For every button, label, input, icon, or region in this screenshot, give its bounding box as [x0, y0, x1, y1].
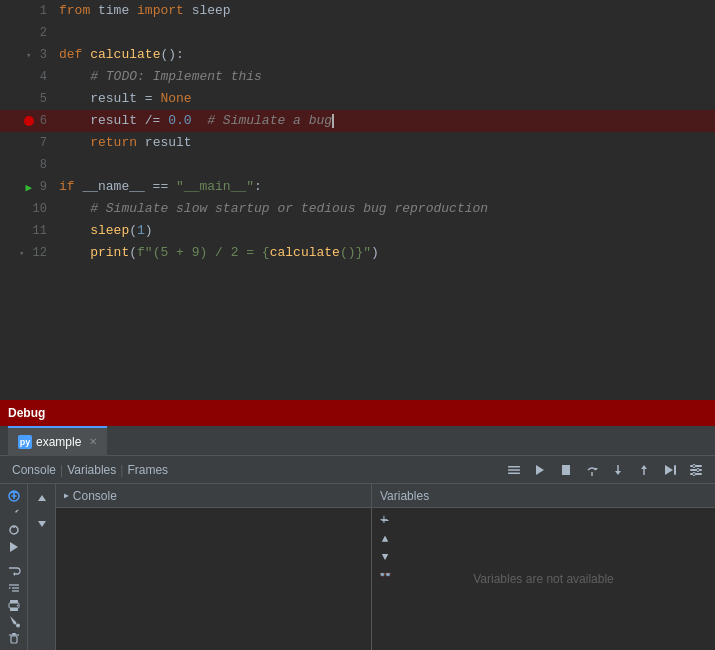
debug-toolbar: Console | Variables | Frames — [0, 456, 715, 484]
line-content-7: return result — [55, 132, 715, 154]
svg-marker-25 — [13, 572, 15, 576]
svg-marker-11 — [665, 465, 673, 475]
step-buttons — [28, 484, 56, 650]
line-num-2: 2 — [40, 26, 47, 40]
variables-empty-message: Variables are not available — [473, 572, 614, 586]
bug2-icon[interactable] — [3, 523, 25, 538]
code-editor[interactable]: 1 from time import sleep 2 ▾ 3 def calcu… — [0, 0, 715, 400]
menu-button[interactable] — [503, 459, 525, 481]
svg-rect-32 — [10, 608, 18, 611]
code-line-6: 6 result /= 0.0 # Simulate a bug — [0, 110, 715, 132]
gutter-empty-8 — [22, 158, 36, 172]
variables-panel: Variables + − ▲ ▼ 👓 Variables are not av… — [372, 484, 715, 650]
line-content-12: print(f"(5 + 9) / 2 = {calculate()}") — [55, 242, 715, 264]
spacer-icon — [3, 557, 25, 561]
gutter-empty-4 — [22, 70, 36, 84]
variables-link[interactable]: Variables — [63, 463, 120, 477]
resume-button[interactable] — [529, 459, 551, 481]
scroll-down-button[interactable]: ▼ — [378, 550, 392, 564]
play-icon[interactable] — [3, 540, 25, 555]
line-gutter-5: 5 — [0, 92, 55, 106]
svg-rect-35 — [11, 636, 17, 643]
console-header[interactable]: ▶ Console — [56, 484, 371, 508]
fold-icon-3[interactable]: ▾ — [22, 48, 36, 62]
step-up-button[interactable] — [31, 488, 53, 510]
line-num-6: 6 — [40, 114, 47, 128]
debug-tabs-row: py example ✕ — [0, 426, 715, 456]
line-gutter-10: 10 — [0, 202, 55, 216]
line-gutter-6: 6 — [0, 114, 55, 128]
svg-marker-38 — [38, 495, 46, 501]
line-gutter-11: 11 — [0, 224, 55, 238]
line-num-4: 4 — [40, 70, 47, 84]
line-gutter-4: 4 — [0, 70, 55, 84]
run-to-cursor-button[interactable] — [659, 459, 681, 481]
spectacles-button[interactable]: 👓 — [378, 568, 392, 582]
line-content-11: sleep(1) — [55, 220, 715, 242]
wrench-icon[interactable] — [3, 506, 25, 521]
svg-point-34 — [16, 624, 20, 628]
line-gutter-9: ▶ 9 — [0, 180, 55, 194]
svg-point-16 — [693, 464, 696, 467]
breakpoint-icon-6[interactable] — [22, 114, 36, 128]
debug-run-icon-9[interactable]: ▶ — [22, 180, 36, 194]
debug-links: Console | Variables | Frames — [8, 463, 172, 477]
bug-icon[interactable] — [3, 488, 25, 504]
line-content-9: if __name__ == "__main__": — [55, 176, 715, 198]
line-content-3: def calculate(): — [55, 44, 715, 66]
line-content-4: # TODO: Implement this — [55, 66, 715, 88]
stop-button[interactable] — [555, 459, 577, 481]
add-variable-button[interactable]: + — [376, 512, 392, 528]
wrap-icon[interactable] — [3, 563, 25, 578]
step-over-button[interactable] — [581, 459, 603, 481]
line-num-5: 5 — [40, 92, 47, 106]
settings-button[interactable] — [685, 459, 707, 481]
line-num-3: 3 — [40, 48, 47, 62]
step-down-button[interactable] — [31, 512, 53, 534]
svg-marker-8 — [615, 471, 621, 475]
step-out-button[interactable] — [633, 459, 655, 481]
svg-point-23 — [13, 526, 15, 528]
code-lines: 1 from time import sleep 2 ▾ 3 def calcu… — [0, 0, 715, 264]
debug-tab-example[interactable]: py example ✕ — [8, 426, 107, 456]
console-link[interactable]: Console — [8, 463, 60, 477]
step-into-button[interactable] — [607, 459, 629, 481]
gutter-empty-5 — [22, 92, 36, 106]
paint-icon[interactable] — [3, 614, 25, 629]
scroll-up-button[interactable]: ▲ — [378, 532, 392, 546]
debug-bar: Debug — [0, 400, 715, 426]
svg-rect-37 — [12, 633, 16, 635]
line-gutter-12: ▾ 12 — [0, 246, 55, 260]
code-line-9: ▶ 9 if __name__ == "__main__": — [0, 176, 715, 198]
python-icon: py — [18, 435, 32, 449]
variables-label: Variables — [380, 489, 429, 503]
svg-rect-0 — [508, 466, 520, 468]
console-triangle-icon: ▶ — [64, 491, 69, 500]
line-gutter-2: 2 — [0, 26, 55, 40]
console-label: Console — [73, 489, 117, 503]
line-gutter-7: 7 — [0, 136, 55, 150]
debug-bar-label: Debug — [8, 406, 45, 420]
code-line-11: 11 sleep(1) — [0, 220, 715, 242]
console-area: ▶ Console — [56, 484, 371, 650]
gutter-empty-7 — [22, 136, 36, 150]
svg-point-33 — [16, 604, 18, 606]
indent-icon[interactable] — [3, 580, 25, 595]
code-line-4: 4 # TODO: Implement this — [0, 66, 715, 88]
print-icon[interactable] — [3, 597, 25, 612]
debug-panel: py example ✕ Console | Variables | Frame… — [0, 426, 715, 650]
line-content-6: result /= 0.0 # Simulate a bug — [55, 110, 715, 132]
console-body[interactable] — [56, 508, 371, 650]
line-num-12: 12 — [33, 246, 47, 260]
fold-icon-12[interactable]: ▾ — [15, 246, 29, 260]
frames-link[interactable]: Frames — [123, 463, 172, 477]
gutter-empty-1 — [22, 4, 36, 18]
svg-marker-39 — [38, 521, 46, 527]
code-line-5: 5 result = None — [0, 88, 715, 110]
line-num-9: 9 — [40, 180, 47, 194]
trash-icon[interactable] — [3, 631, 25, 646]
svg-rect-12 — [674, 465, 676, 475]
tab-close-button[interactable]: ✕ — [89, 436, 97, 447]
variables-body: + − ▲ ▼ 👓 Variables are not available — [372, 508, 715, 650]
svg-marker-29 — [9, 587, 11, 589]
